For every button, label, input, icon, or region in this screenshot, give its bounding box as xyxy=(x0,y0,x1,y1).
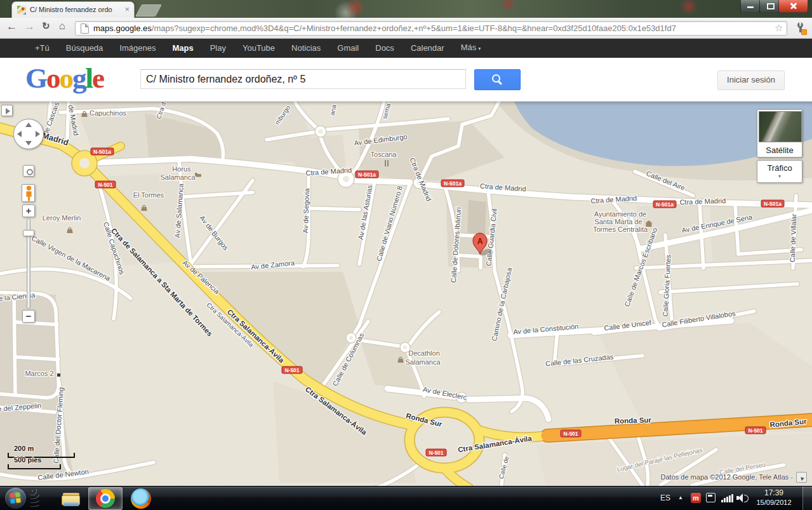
svg-text:Tormes Centralita: Tormes Centralita xyxy=(593,225,648,233)
language-indicator[interactable]: ES xyxy=(660,493,670,502)
windows-taskbar: ES ▲ m 17:39 15/09/2012 xyxy=(0,486,812,510)
url-path: /maps?sugexp=chrome,mod%3D4&q=C/+Ministr… xyxy=(152,23,676,33)
search-input[interactable] xyxy=(140,69,466,89)
svg-text:N-501: N-501 xyxy=(98,182,112,188)
map-canvas[interactable]: ana sema Ctra d mburgo Capuchinos de Cas… xyxy=(0,102,812,486)
map-viewport: ana sema Ctra d mburgo Capuchinos de Cas… xyxy=(0,102,812,486)
nav-mas[interactable]: Más▾ xyxy=(453,38,489,58)
svg-text:N-501a: N-501a xyxy=(444,180,462,187)
chrome-icon xyxy=(96,489,115,508)
firefox-taskbar-button[interactable] xyxy=(131,488,151,509)
pan-control[interactable] xyxy=(13,119,44,149)
pan-up-icon[interactable] xyxy=(25,123,32,127)
taskbar-grip xyxy=(30,489,39,508)
chrome-taskbar-button-active[interactable] xyxy=(88,487,123,510)
nav-plus-tu[interactable]: +Tú xyxy=(27,39,58,58)
search-header: Google Iniciar sesión xyxy=(0,58,812,102)
show-desktop-button[interactable] xyxy=(802,487,812,510)
time: 17:39 xyxy=(749,488,799,497)
zoom-out-button[interactable]: − xyxy=(22,310,35,323)
nav-imagenes[interactable]: Imágenes xyxy=(111,39,164,58)
bookmark-star-icon[interactable]: ☆ xyxy=(775,22,783,34)
pan-down-icon[interactable] xyxy=(25,141,32,145)
nav-busqueda[interactable]: Búsqueda xyxy=(58,39,112,58)
svg-text:sema: sema xyxy=(381,102,392,119)
nav-maps[interactable]: Maps xyxy=(164,39,201,58)
nav-noticias[interactable]: Noticias xyxy=(283,39,329,58)
pan-left-icon[interactable] xyxy=(17,131,22,137)
window-titlebar: C/ Ministro fernandez ordo × xyxy=(0,0,812,18)
back-button[interactable]: ← xyxy=(6,20,17,33)
svg-text:Decathlon: Decathlon xyxy=(408,349,440,357)
svg-text:N-501: N-501 xyxy=(748,427,762,434)
satellite-toggle-button[interactable]: Satélite xyxy=(757,109,802,158)
tab-close-icon[interactable]: × xyxy=(124,5,130,14)
minimize-icon xyxy=(747,6,754,8)
browser-tab[interactable]: C/ Ministro fernandez ordo × xyxy=(11,1,135,18)
forward-button[interactable]: → xyxy=(24,20,35,33)
nav-docs[interactable]: Docs xyxy=(367,39,403,58)
collapse-panel-button[interactable] xyxy=(1,105,13,116)
svg-text:Salamanca: Salamanca xyxy=(405,358,441,366)
tab-title: C/ Ministro fernandez ordo xyxy=(30,6,122,13)
google-maps-favicon xyxy=(17,6,26,15)
poi-square-icon xyxy=(57,373,60,377)
url-text[interactable]: maps.google.es/maps?sugexp=chrome,mod%3D… xyxy=(93,23,766,33)
svg-text:N-501: N-501 xyxy=(429,450,443,456)
svg-text:Salamanca: Salamanca xyxy=(160,173,196,181)
pegman-streetview-control[interactable] xyxy=(22,184,35,202)
maximize-button[interactable] xyxy=(759,0,779,13)
window-controls xyxy=(741,0,808,12)
tray-device-icon[interactable] xyxy=(706,493,715,502)
pan-right-icon[interactable] xyxy=(36,131,40,137)
svg-text:ana: ana xyxy=(328,104,337,116)
screen: C/ Ministro fernandez ordo × ← → ↻ ⌂ map… xyxy=(0,0,812,510)
start-button[interactable] xyxy=(5,488,26,509)
date: 15/09/2012 xyxy=(749,499,799,506)
report-map-error-icon[interactable] xyxy=(796,472,807,483)
new-tab-button[interactable] xyxy=(135,4,162,17)
nav-gmail[interactable]: Gmail xyxy=(329,39,367,58)
maximize-icon xyxy=(767,3,775,10)
reload-button[interactable]: ↻ xyxy=(42,20,50,32)
traffic-toggle-button[interactable]: Tráfico ▼ xyxy=(757,160,802,183)
nav-play[interactable]: Play xyxy=(202,39,234,58)
svg-text:Santa Marta de: Santa Marta de xyxy=(594,218,642,225)
sign-in-button[interactable]: Iniciar sesión xyxy=(717,70,785,90)
svg-text:Ayuntamiento de: Ayuntamiento de xyxy=(594,210,646,218)
svg-text:Ronda Sur: Ronda Sur xyxy=(615,416,652,425)
recenter-button[interactable] xyxy=(23,165,34,177)
svg-text:N-501: N-501 xyxy=(563,431,578,437)
show-hidden-icons-button[interactable]: ▲ xyxy=(678,495,683,500)
svg-text:Marcos 2: Marcos 2 xyxy=(25,370,53,377)
zoom-slider-handle[interactable] xyxy=(23,230,34,236)
svg-text:N-501a: N-501a xyxy=(93,149,111,155)
nav-calendar[interactable]: Calendar xyxy=(403,39,453,58)
taskbar-clock[interactable]: 17:39 15/09/2012 xyxy=(749,488,799,506)
minimize-button[interactable] xyxy=(740,0,760,13)
svg-text:Calle Virgen de la Macarena: Calle Virgen de la Macarena xyxy=(30,234,112,283)
chevron-down-icon: ▾ xyxy=(478,46,481,51)
svg-text:Av de Zamora: Av de Zamora xyxy=(251,258,296,271)
url-host: maps.google.es xyxy=(93,23,152,33)
close-button[interactable] xyxy=(778,0,808,13)
svg-text:Calle de: Calle de xyxy=(498,455,510,480)
map-attribution: Datos de mapa ©2012 Google, Tele Atlas - xyxy=(661,473,793,481)
windows-explorer-button[interactable] xyxy=(61,488,81,509)
network-signal-icon[interactable] xyxy=(721,494,734,502)
tray-app-m-icon[interactable]: m xyxy=(691,493,701,503)
svg-text:A: A xyxy=(477,237,483,246)
zoom-in-button[interactable]: + xyxy=(22,205,35,217)
windows-logo-icon xyxy=(10,492,21,504)
wrench-menu-icon[interactable] xyxy=(795,22,806,34)
hotel-bed-icon xyxy=(195,173,201,177)
svg-text:El Tormes: El Tormes xyxy=(133,191,164,199)
svg-text:Calle de Villalar: Calle de Villalar xyxy=(789,213,798,262)
svg-text:Av de Segovia: Av de Segovia xyxy=(302,187,310,233)
home-button[interactable]: ⌂ xyxy=(59,20,65,32)
volume-icon[interactable] xyxy=(736,493,748,502)
search-button[interactable] xyxy=(474,69,521,90)
shopping-bag-icon xyxy=(67,227,72,233)
nav-youtube[interactable]: YouTube xyxy=(234,39,283,58)
update-badge xyxy=(801,29,807,35)
